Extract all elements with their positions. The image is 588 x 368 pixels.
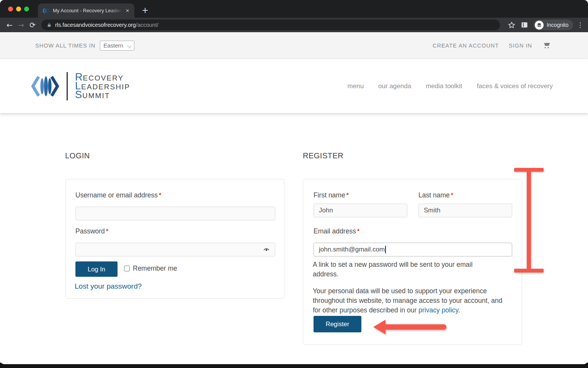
- side-panel-icon[interactable]: [519, 20, 530, 30]
- show-password-eye-icon[interactable]: [263, 246, 270, 255]
- last-name-input[interactable]: [418, 204, 512, 217]
- timezone-control: SHOW ALL TIMES IN Eastern: [35, 41, 134, 51]
- text-caret: [385, 246, 386, 253]
- remember-me-row: Remember me: [124, 264, 177, 273]
- name-fields-row: First name* Last name*: [314, 191, 512, 217]
- tab-title: My Account - Recovery Leader: [53, 8, 124, 13]
- ibeam-stem: [527, 169, 531, 271]
- lock-icon: [47, 22, 52, 28]
- nav-item-menu[interactable]: menu: [348, 82, 364, 90]
- times-label: SHOW ALL TIMES IN: [35, 43, 95, 49]
- lost-password-link[interactable]: Lost your password?: [75, 282, 142, 291]
- url-domain: rls.facesandvoicesofrecovery.org: [55, 22, 136, 28]
- logo-rest: EADERSHIP: [81, 82, 130, 91]
- create-account-link[interactable]: CREATE AN ACCOUNT: [433, 43, 499, 49]
- cart-icon[interactable]: [542, 41, 550, 51]
- last-name-label: Last name: [418, 191, 450, 199]
- incognito-icon: [535, 21, 544, 30]
- forward-icon: →: [15, 19, 27, 31]
- logo-line: SUMMIT: [75, 90, 130, 99]
- privacy-policy-link[interactable]: privacy policy: [418, 306, 458, 314]
- required-asterisk: *: [451, 192, 453, 199]
- first-name-input[interactable]: [314, 204, 407, 217]
- password-input[interactable]: [75, 243, 275, 256]
- browser-window: My Account - Recovery Leader ✕ + ← → ⟳ r…: [0, 0, 588, 364]
- timezone-select[interactable]: Eastern: [100, 41, 134, 51]
- required-asterisk: *: [106, 228, 108, 235]
- first-name-label: First name: [314, 191, 345, 199]
- incognito-label: Incognito: [547, 22, 568, 28]
- logo-rest: ECOVERY: [83, 74, 124, 82]
- logo-divider: [67, 72, 68, 100]
- required-asterisk: *: [357, 228, 359, 235]
- browser-toolbar: ← → ⟳ rls.facesandvoicesofrecovery.org/a…: [0, 18, 588, 32]
- email-label: Email address*: [314, 227, 359, 235]
- privacy-text-end: .: [458, 306, 460, 314]
- logo-mark-icon: [31, 74, 60, 98]
- log-in-button[interactable]: Log In: [75, 261, 118, 277]
- tab-strip: My Account - Recovery Leader ✕ +: [0, 0, 588, 18]
- last-name-field: Last name*: [418, 191, 512, 217]
- privacy-text: Your personal data will be used to suppo…: [313, 287, 502, 314]
- annotation-arrow-icon: [372, 318, 447, 336]
- utility-bar: SHOW ALL TIMES IN Eastern CREATE AN ACCO…: [0, 32, 588, 59]
- site-header: RECOVERY LEADERSHIP SUMMIT menu our agen…: [0, 59, 588, 113]
- password-label: Password*: [75, 227, 108, 235]
- browser-tab[interactable]: My Account - Recovery Leader ✕: [38, 3, 134, 18]
- refresh-icon[interactable]: ⟳: [27, 19, 38, 31]
- tab-close-icon[interactable]: ✕: [124, 7, 131, 14]
- window-minimize-button[interactable]: [16, 7, 21, 12]
- annotation-ibeam-icon: [514, 168, 544, 273]
- nav-item-media-toolkit[interactable]: media toolkit: [426, 82, 462, 90]
- back-icon[interactable]: ←: [4, 19, 15, 31]
- required-asterisk: *: [346, 192, 349, 199]
- logo-wordmark: RECOVERY LEADERSHIP SUMMIT: [75, 73, 130, 99]
- email-input[interactable]: john.smith@gmail.com: [314, 243, 512, 256]
- password-note: A link to set a new password will be sen…: [313, 260, 493, 279]
- nav-item-our-agenda[interactable]: our agenda: [378, 82, 411, 90]
- page-content: LOGIN Username or email address* Passwor…: [0, 113, 588, 364]
- browser-menu-icon[interactable]: ⋮: [577, 21, 583, 29]
- remember-me-checkbox[interactable]: [124, 266, 130, 271]
- logo-rest: UMMIT: [82, 91, 110, 100]
- username-label: Username or email address*: [75, 191, 161, 199]
- account-links: CREATE AN ACCOUNT SIGN IN: [433, 41, 550, 51]
- email-value: john.smith@gmail.com: [319, 246, 385, 253]
- password-field-wrap: [75, 243, 275, 256]
- site-favicon-icon: [42, 8, 49, 14]
- register-button[interactable]: Register: [314, 316, 361, 332]
- required-asterisk: *: [159, 192, 161, 199]
- site-logo[interactable]: RECOVERY LEADERSHIP SUMMIT: [31, 72, 130, 100]
- bookmark-star-icon[interactable]: [506, 20, 517, 30]
- url-path: /account/: [136, 22, 158, 28]
- login-card: Username or email address* Password* Log…: [65, 179, 284, 299]
- window-close-button[interactable]: [8, 7, 13, 12]
- remember-me-label: Remember me: [133, 264, 177, 273]
- address-bar[interactable]: rls.facesandvoicesofrecovery.org/account…: [41, 20, 500, 30]
- username-input[interactable]: [75, 207, 275, 220]
- logo-initial: S: [75, 90, 82, 99]
- register-heading: REGISTER: [303, 151, 343, 160]
- incognito-badge: Incognito: [534, 20, 573, 30]
- login-heading: LOGIN: [65, 151, 90, 160]
- logo-line: RECOVERY: [75, 73, 130, 82]
- first-name-field: First name*: [314, 191, 407, 217]
- new-tab-button[interactable]: +: [139, 5, 151, 16]
- sign-in-link[interactable]: SIGN IN: [509, 43, 532, 49]
- logo-line: LEADERSHIP: [75, 82, 130, 90]
- window-zoom-button[interactable]: [24, 7, 29, 12]
- main-navigation: menu our agenda media toolkit faces & vo…: [348, 82, 553, 90]
- ibeam-bottom-bar: [514, 269, 544, 273]
- timezone-select-wrap: Eastern: [95, 41, 134, 51]
- nav-item-faces-voices[interactable]: faces & voices of recovery: [477, 82, 553, 90]
- privacy-paragraph: Your personal data will be used to suppo…: [313, 286, 509, 315]
